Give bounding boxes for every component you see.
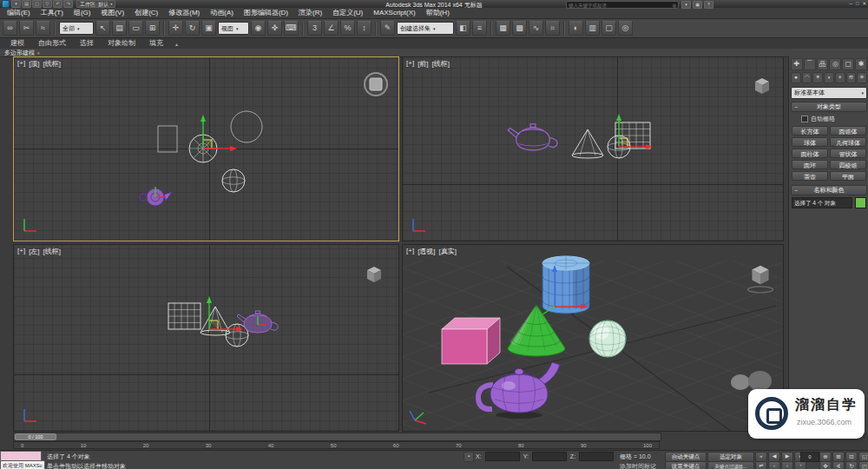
bind-to-space-warp-icon[interactable]: ≈ — [36, 21, 50, 36]
ribbon-tab[interactable]: 建模 — [3, 38, 31, 49]
close-button[interactable]: ✕ — [862, 1, 866, 6]
box-object[interactable] — [442, 318, 500, 364]
object-name-field[interactable]: 选择了 4 个 对象 — [792, 197, 852, 208]
viewport-shading-menu[interactable]: [真实] — [439, 247, 457, 256]
object-type-button[interactable]: 圆环 — [792, 160, 828, 169]
field-of-view-icon[interactable]: ∢ — [832, 461, 845, 469]
key-filters-button[interactable]: 关键点过滤器... — [707, 461, 754, 469]
move-gizmo[interactable] — [616, 114, 653, 149]
render-production-icon[interactable]: ◎ — [618, 21, 633, 36]
help-icon[interactable]: ? — [704, 1, 713, 9]
viewport-name-menu[interactable]: [左] — [29, 247, 39, 256]
object-type-button[interactable]: 茶壶 — [792, 171, 828, 181]
select-and-move-icon[interactable]: ✛ — [168, 21, 183, 36]
angle-snap-icon[interactable]: ∠ — [324, 21, 339, 36]
lights-icon[interactable]: ✶ — [812, 72, 823, 83]
time-config-icon[interactable]: ◔ — [794, 461, 806, 469]
schematic-view-icon[interactable]: ⌗ — [545, 21, 560, 36]
viewport-name-menu[interactable]: [顶] — [29, 59, 39, 69]
save-file-icon[interactable]: ▽ — [43, 0, 52, 8]
viewport-shading-menu[interactable]: [线框] — [43, 247, 61, 256]
cylinder-object-top[interactable] — [231, 111, 262, 142]
object-type-button[interactable]: 长方体 — [792, 126, 828, 135]
space-warps-icon[interactable]: ≋ — [846, 72, 857, 83]
spinner-snap-icon[interactable]: ↕ — [357, 21, 372, 36]
sphere-object[interactable] — [589, 320, 626, 357]
menu-item[interactable]: 工具(T) — [36, 8, 69, 18]
x-coordinate-field[interactable] — [485, 452, 520, 461]
teapot-object-front[interactable] — [508, 124, 557, 150]
primitive-category-dropdown[interactable]: 标准基本体 ▾ — [791, 87, 867, 99]
teapot-object-top[interactable] — [140, 187, 172, 206]
window-crossing-icon[interactable]: ⊞ — [145, 21, 160, 36]
edit-named-selection-sets-icon[interactable]: ✎ — [380, 21, 395, 36]
pan-icon[interactable]: ✥ — [819, 461, 832, 469]
time-slider-handle[interactable]: 0 / 100 — [15, 433, 56, 440]
viewport-left[interactable]: [+] [左] [线框] — [13, 244, 399, 432]
helpers-icon[interactable]: ⌖ — [835, 72, 845, 83]
selection-lock-toggle-icon[interactable]: ▪ — [464, 452, 474, 462]
undo-icon[interactable]: ↶ — [53, 0, 62, 8]
minimize-button[interactable]: ─ — [849, 1, 852, 6]
object-type-button[interactable]: 管状体 — [830, 149, 866, 158]
viewport-front[interactable]: [+] [前] [线框] — [402, 56, 784, 241]
ribbon-collapse-icon[interactable]: ▴ — [175, 40, 178, 49]
maxscript-mini-listener[interactable]: 欢迎使用 MAXSc — [0, 460, 45, 469]
viewport-name-menu[interactable]: [前] — [418, 59, 428, 69]
redo-icon[interactable]: ↷ — [63, 0, 73, 8]
select-and-link-icon[interactable]: ∞ — [3, 21, 17, 36]
cone-object-front[interactable] — [572, 129, 603, 158]
selection-filter-dropdown[interactable]: 全部 ▾ — [59, 22, 94, 35]
workspace-dropdown[interactable]: 工作区: 默认 ▾ — [76, 0, 115, 8]
key-mode-toggle-icon[interactable]: ⇄ — [755, 461, 767, 469]
set-key-button[interactable]: 设置关键点 — [665, 461, 707, 469]
object-type-button[interactable]: 圆锥体 — [830, 126, 866, 135]
maximize-viewport-toggle-icon[interactable]: ◰ — [858, 461, 868, 469]
menu-item[interactable]: 组(G) — [69, 8, 96, 18]
sphere-object-top[interactable] — [222, 169, 245, 192]
search-input[interactable] — [567, 2, 673, 8]
viewport-menu-plus[interactable]: [+] — [406, 59, 414, 69]
mirror-icon[interactable]: ◧ — [456, 21, 470, 36]
ribbon-tab[interactable]: 对象绘制 — [101, 38, 142, 49]
menu-item[interactable]: 修改器(M) — [163, 8, 205, 18]
motion-tab-icon[interactable]: ◎ — [829, 58, 841, 70]
search-icon[interactable]: ◎ — [673, 3, 678, 8]
select-object-icon[interactable]: ↖ — [95, 21, 110, 36]
menu-item[interactable]: 动画(A) — [205, 8, 239, 18]
teapot-object-left[interactable] — [237, 311, 278, 333]
rendered-frame-window-icon[interactable]: ▢ — [602, 21, 616, 36]
sign-in-icon[interactable]: ▾ — [681, 1, 691, 9]
view-cube[interactable] — [365, 73, 387, 96]
open-file-icon[interactable]: ▢ — [32, 0, 42, 8]
render-setup-icon[interactable]: ▥ — [585, 21, 600, 36]
current-frame-field[interactable]: 0 — [800, 452, 819, 462]
track-bar[interactable]: 0102030405060708090100 — [13, 441, 660, 449]
view-cube[interactable] — [755, 78, 769, 94]
app-menu-icon[interactable]: ▾ — [11, 0, 21, 8]
systems-icon[interactable]: ✳ — [857, 72, 867, 83]
viewport-perspective[interactable]: [+] [透视] [真实] — [402, 244, 784, 432]
exchange-apps-icon[interactable]: ▣ — [693, 1, 702, 9]
reference-coordinate-dropdown[interactable]: 视图 ▾ — [218, 22, 249, 35]
snap-toggle-3d-icon[interactable]: 3 — [307, 21, 322, 36]
cameras-icon[interactable]: ◗ — [824, 72, 834, 83]
viewport-menu-plus[interactable]: [+] — [17, 59, 25, 69]
hierarchy-tab-icon[interactable]: 品 — [817, 58, 829, 70]
graphite-modeling-icon[interactable]: ▩ — [512, 21, 527, 36]
keyboard-override-icon[interactable]: ⌨ — [284, 21, 299, 36]
percent-snap-icon[interactable]: % — [340, 21, 355, 36]
previous-key-icon[interactable]: ‹ — [768, 461, 780, 469]
y-coordinate-field[interactable] — [532, 452, 567, 461]
select-and-manipulate-icon[interactable]: ✜ — [267, 21, 282, 36]
object-type-button[interactable]: 球体 — [792, 137, 828, 147]
viewport-name-menu[interactable]: [透视] — [418, 247, 435, 256]
object-type-rollout-header[interactable]: − 对象类型 — [791, 102, 867, 112]
box-object-left[interactable] — [168, 303, 201, 329]
object-type-button[interactable]: 平面 — [830, 171, 866, 181]
ribbon-tab[interactable]: 填充 — [142, 38, 170, 49]
ribbon-panel-title[interactable]: 多边形建模 — [4, 49, 35, 57]
shapes-icon[interactable]: ◠ — [802, 72, 812, 83]
view-cube[interactable] — [367, 267, 381, 282]
object-color-swatch[interactable] — [855, 197, 866, 208]
